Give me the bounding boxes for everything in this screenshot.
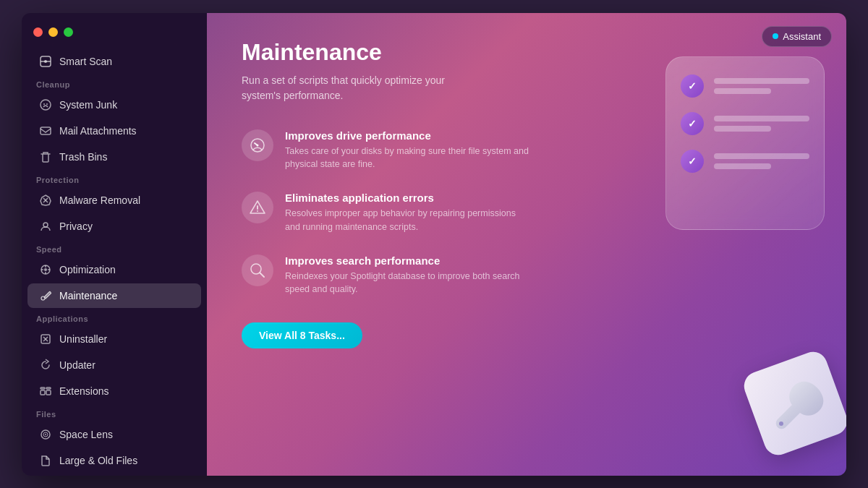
svg-rect-22 bbox=[41, 388, 45, 389]
main-content: Assistant Maintenance Run a set of scrip… bbox=[207, 13, 846, 476]
extensions-icon bbox=[39, 385, 52, 398]
sidebar-item-label: Smart Scan bbox=[59, 56, 112, 67]
sidebar-item-label: Uninstaller bbox=[59, 333, 107, 345]
feature-item-search: Improves search performance Reindexes yo… bbox=[242, 254, 812, 297]
svg-point-26 bbox=[45, 434, 46, 435]
sidebar-item-mail-attachments[interactable]: Mail Attachments bbox=[27, 119, 201, 143]
titlebar bbox=[22, 25, 207, 48]
svg-point-2 bbox=[44, 60, 47, 63]
check-row-1: ✓ bbox=[681, 74, 809, 98]
sidebar-item-space-lens[interactable]: Space Lens bbox=[27, 422, 201, 447]
sidebar-item-label: Malware Removal bbox=[59, 194, 140, 206]
sidebar-item-extensions[interactable]: Extensions bbox=[27, 379, 201, 403]
feature-title: Improves drive performance bbox=[285, 129, 531, 142]
feature-title: Eliminates application errors bbox=[285, 192, 531, 204]
sidebar-item-label: Privacy bbox=[59, 221, 93, 232]
feature-title: Improves search performance bbox=[285, 254, 531, 267]
check-line-short bbox=[714, 126, 771, 132]
check-row-3: ✓ bbox=[681, 150, 809, 173]
svg-point-5 bbox=[46, 103, 48, 105]
svg-point-3 bbox=[41, 100, 51, 110]
sidebar-item-privacy[interactable]: Privacy bbox=[27, 214, 201, 239]
sidebar-item-label: Extensions bbox=[59, 385, 109, 397]
sidebar-item-label: Mail Attachments bbox=[59, 125, 137, 137]
sidebar-item-label: Maintenance bbox=[59, 290, 117, 301]
files-icon bbox=[39, 454, 52, 467]
sidebar-item-label: System Junk bbox=[59, 99, 117, 111]
check-line-short bbox=[714, 88, 771, 94]
section-label-speed: Speed bbox=[22, 239, 207, 257]
svg-line-38 bbox=[260, 273, 265, 277]
sidebar-item-malware-removal[interactable]: Malware Removal bbox=[27, 188, 201, 213]
sidebar: Smart Scan Cleanup System Junk bbox=[22, 13, 207, 476]
check-line-short bbox=[714, 163, 771, 169]
sidebar-item-optimization[interactable]: Optimization bbox=[27, 257, 201, 282]
maximize-button[interactable] bbox=[64, 27, 73, 37]
feature-description: Resolves improper app behavior by repair… bbox=[285, 207, 531, 234]
check-circle-2: ✓ bbox=[681, 112, 704, 135]
sidebar-item-label: Updater bbox=[59, 359, 95, 371]
check-lines-1 bbox=[714, 78, 809, 94]
sidebar-item-large-old-files[interactable]: Large & Old Files bbox=[27, 448, 201, 473]
assistant-dot bbox=[773, 33, 778, 39]
mail-icon bbox=[39, 124, 52, 137]
svg-point-4 bbox=[43, 103, 45, 105]
svg-rect-20 bbox=[41, 390, 45, 395]
minimize-button[interactable] bbox=[48, 27, 58, 37]
section-label-protection: Protection bbox=[22, 170, 207, 187]
section-label-applications: Applications bbox=[22, 309, 207, 326]
warning-icon bbox=[242, 192, 273, 223]
sidebar-item-label: Trash Bins bbox=[59, 151, 107, 163]
privacy-icon bbox=[39, 220, 52, 233]
sidebar-item-shredder[interactable]: Shredder bbox=[27, 474, 201, 476]
sidebar-item-label: Space Lens bbox=[59, 429, 113, 440]
search-icon bbox=[242, 254, 273, 286]
wrench-illustration bbox=[740, 348, 846, 459]
check-circle-3: ✓ bbox=[681, 150, 704, 173]
uninstaller-icon bbox=[39, 333, 52, 346]
svg-point-15 bbox=[44, 268, 47, 271]
sidebar-item-updater[interactable]: Updater bbox=[27, 353, 201, 377]
check-line-long bbox=[714, 153, 809, 159]
maintenance-icon bbox=[39, 289, 52, 302]
check-circle-1: ✓ bbox=[681, 74, 704, 98]
svg-point-34 bbox=[257, 144, 259, 146]
sidebar-item-uninstaller[interactable]: Uninstaller bbox=[27, 327, 201, 351]
check-lines-3 bbox=[714, 153, 809, 169]
trash-icon bbox=[39, 150, 52, 163]
malware-icon bbox=[39, 194, 52, 207]
check-line-long bbox=[714, 78, 809, 84]
scan-icon bbox=[39, 55, 52, 68]
sidebar-item-label: Large & Old Files bbox=[59, 455, 137, 466]
section-label-files: Files bbox=[22, 404, 207, 421]
sidebar-item-trash-bins[interactable]: Trash Bins bbox=[27, 145, 201, 169]
space-icon bbox=[39, 428, 52, 441]
speedometer-icon bbox=[242, 129, 273, 161]
feature-text-drive: Improves drive performance Takes care of… bbox=[285, 129, 531, 172]
sidebar-item-label: Optimization bbox=[59, 264, 116, 275]
page-subtitle: Run a set of scripts that quickly optimi… bbox=[242, 73, 473, 103]
close-button[interactable] bbox=[33, 27, 43, 37]
feature-text-errors: Eliminates application errors Resolves i… bbox=[285, 192, 531, 234]
feature-text-search: Improves search performance Reindexes yo… bbox=[285, 254, 531, 297]
svg-point-16 bbox=[41, 296, 45, 300]
sidebar-item-smart-scan[interactable]: Smart Scan bbox=[27, 49, 201, 74]
section-label-cleanup: Cleanup bbox=[22, 74, 207, 92]
assistant-label: Assistant bbox=[783, 31, 821, 42]
svg-rect-6 bbox=[41, 127, 51, 134]
junk-icon bbox=[39, 98, 52, 111]
check-line-long bbox=[714, 116, 809, 121]
svg-point-36 bbox=[257, 210, 258, 212]
assistant-button[interactable]: Assistant bbox=[762, 26, 832, 47]
check-row-2: ✓ bbox=[681, 112, 809, 135]
sidebar-item-system-junk[interactable]: System Junk bbox=[27, 93, 201, 117]
feature-description: Takes care of your disks by making sure … bbox=[285, 145, 531, 172]
feature-description: Reindexes your Spotlight database to imp… bbox=[285, 270, 531, 297]
app-window: Smart Scan Cleanup System Junk bbox=[22, 13, 846, 476]
svg-rect-23 bbox=[46, 388, 51, 389]
view-all-tasks-button[interactable]: View All 8 Tasks... bbox=[242, 322, 362, 348]
checklist-illustration: ✓ ✓ ✓ bbox=[665, 56, 825, 230]
sidebar-item-maintenance[interactable]: Maintenance bbox=[27, 283, 201, 308]
svg-rect-21 bbox=[46, 390, 51, 395]
updater-icon bbox=[39, 359, 52, 372]
